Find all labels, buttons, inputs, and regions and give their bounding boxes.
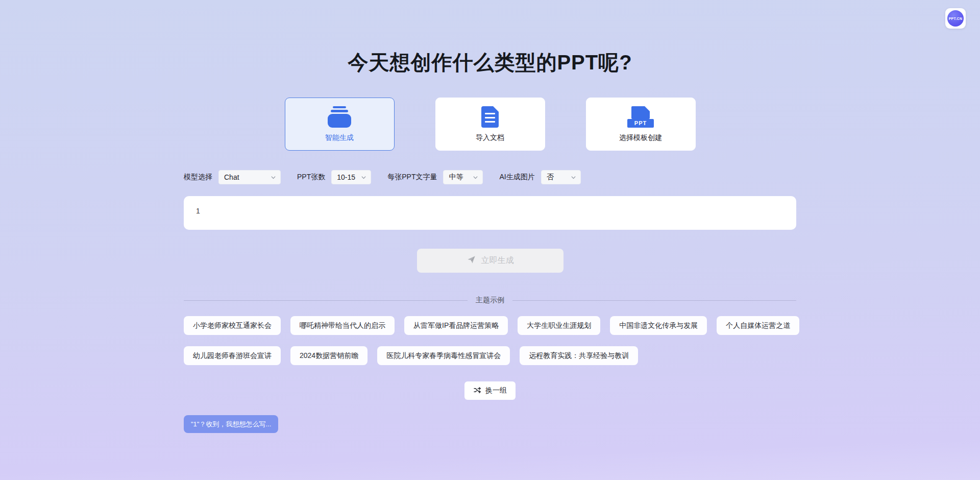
example-topic-chip[interactable]: 从雷军做IP看品牌运营策略 xyxy=(404,316,508,335)
generation-options: 模型选择 Chat PPT张数 10-15 每张PPT文字量 中等 xyxy=(184,170,796,184)
control-label: PPT张数 xyxy=(297,173,325,182)
shuffle-icon xyxy=(473,386,481,396)
example-topic-chip[interactable]: 医院儿科专家春季病毒性感冒宣讲会 xyxy=(377,346,510,365)
ai-image-select[interactable]: 否 xyxy=(541,170,581,184)
example-topic-label: 小学老师家校互通家长会 xyxy=(193,321,272,330)
control-page-count: PPT张数 10-15 xyxy=(297,170,371,184)
control-model: 模型选择 Chat xyxy=(184,170,281,184)
topic-input[interactable]: 1 xyxy=(184,196,796,230)
example-topic-chip[interactable]: 幼儿园老师春游班会宣讲 xyxy=(184,346,281,365)
page-count-select[interactable]: 10-15 xyxy=(331,170,371,184)
model-select[interactable]: Chat xyxy=(218,170,281,184)
example-topic-chip[interactable]: 大学生职业生涯规划 xyxy=(518,316,600,335)
examples-divider: 主题示例 xyxy=(184,296,796,305)
control-label: 每张PPT文字量 xyxy=(387,173,437,182)
text-amount-select-value: 中等 xyxy=(449,173,463,182)
paper-plane-icon xyxy=(467,255,476,267)
mode-card-import-document[interactable]: 导入文档 xyxy=(435,98,545,151)
app-logo[interactable]: PPT.CN xyxy=(945,8,966,29)
mode-card-choose-template[interactable]: PPT 选择模板创建 xyxy=(586,98,696,151)
shuffle-button[interactable]: 换一组 xyxy=(464,381,516,400)
example-chip-row: 幼儿园老师春游班会宣讲 2024数据营销前瞻 医院儿科专家春季病毒性感冒宣讲会 … xyxy=(184,346,796,365)
page-count-select-value: 10-15 xyxy=(337,173,355,181)
text-amount-select[interactable]: 中等 xyxy=(443,170,483,184)
app-logo-icon: PPT.CN xyxy=(947,10,964,27)
page-title: 今天想创作什么类型的PPT呢? xyxy=(184,0,796,75)
assistant-bubble: "1"？收到，我想想怎么写... xyxy=(184,415,278,433)
examples-divider-label: 主题示例 xyxy=(476,296,504,305)
mode-card-label: 选择模板创建 xyxy=(619,133,662,142)
chevron-down-icon xyxy=(571,175,576,180)
example-topic-label: 2024数据营销前瞻 xyxy=(300,351,358,361)
example-topic-chip[interactable]: 个人自媒体运营之道 xyxy=(717,316,799,335)
control-ai-image: AI生成图片 否 xyxy=(499,170,580,184)
model-select-value: Chat xyxy=(224,173,239,181)
mode-card-smart-generate[interactable]: 智能生成 xyxy=(285,98,395,151)
chevron-down-icon xyxy=(473,175,478,180)
shuffle-row: 换一组 xyxy=(184,381,796,400)
control-label: AI生成图片 xyxy=(499,173,534,182)
mode-card-label: 导入文档 xyxy=(476,133,504,142)
example-topic-chip[interactable]: 哪吒精神带给当代人的启示 xyxy=(290,316,395,335)
example-chip-row: 小学老师家校互通家长会 哪吒精神带给当代人的启示 从雷军做IP看品牌运营策略 大… xyxy=(184,316,796,335)
mode-card-label: 智能生成 xyxy=(325,133,354,142)
example-topic-chip[interactable]: 远程教育实践：共享经验与教训 xyxy=(520,346,638,365)
ai-image-select-value: 否 xyxy=(547,173,554,182)
control-label: 模型选择 xyxy=(184,173,212,182)
example-topic-label: 幼儿园老师春游班会宣讲 xyxy=(193,351,272,361)
example-topic-label: 个人自媒体运营之道 xyxy=(726,321,790,330)
example-topic-label: 哪吒精神带给当代人的启示 xyxy=(300,321,385,330)
divider-line xyxy=(184,300,468,301)
chevron-down-icon xyxy=(361,175,366,180)
example-topic-label: 中国非遗文化传承与发展 xyxy=(619,321,698,330)
example-topic-label: 医院儿科专家春季病毒性感冒宣讲会 xyxy=(386,351,501,361)
example-topic-label: 从雷军做IP看品牌运营策略 xyxy=(413,321,499,330)
example-topic-chip[interactable]: 2024数据营销前瞻 xyxy=(290,346,368,365)
example-topic-label: 远程教育实践：共享经验与教训 xyxy=(529,351,629,361)
create-mode-cards: 智能生成 导入文档 PPT 选择模板创建 xyxy=(184,98,796,151)
generate-button-label: 立即生成 xyxy=(481,255,514,266)
generate-button[interactable]: 立即生成 xyxy=(417,249,564,273)
main-content: 今天想创作什么类型的PPT呢? 智能生成 导入文档 PPT 选择模板创建 模型选… xyxy=(184,0,796,433)
stack-icon xyxy=(328,106,351,128)
document-icon xyxy=(481,106,499,128)
example-topic-label: 大学生职业生涯规划 xyxy=(527,321,591,330)
example-topic-chip[interactable]: 小学老师家校互通家长会 xyxy=(184,316,281,335)
generate-row: 立即生成 xyxy=(184,249,796,273)
divider-line xyxy=(512,300,796,301)
chevron-down-icon xyxy=(271,175,276,180)
example-topic-chip[interactable]: 中国非遗文化传承与发展 xyxy=(610,316,707,335)
shuffle-button-label: 换一组 xyxy=(485,386,507,395)
control-text-amount: 每张PPT文字量 中等 xyxy=(387,170,483,184)
ppt-file-icon: PPT xyxy=(627,106,654,128)
